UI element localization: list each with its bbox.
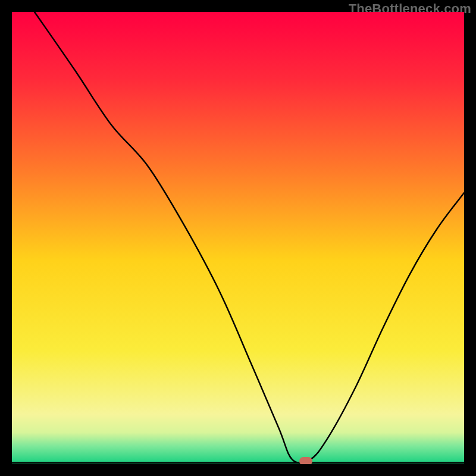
bottleneck-chart bbox=[12, 12, 464, 464]
optimum-marker bbox=[299, 457, 312, 464]
chart-container: TheBottleneck.com bbox=[0, 0, 476, 476]
gradient-background bbox=[12, 12, 464, 464]
